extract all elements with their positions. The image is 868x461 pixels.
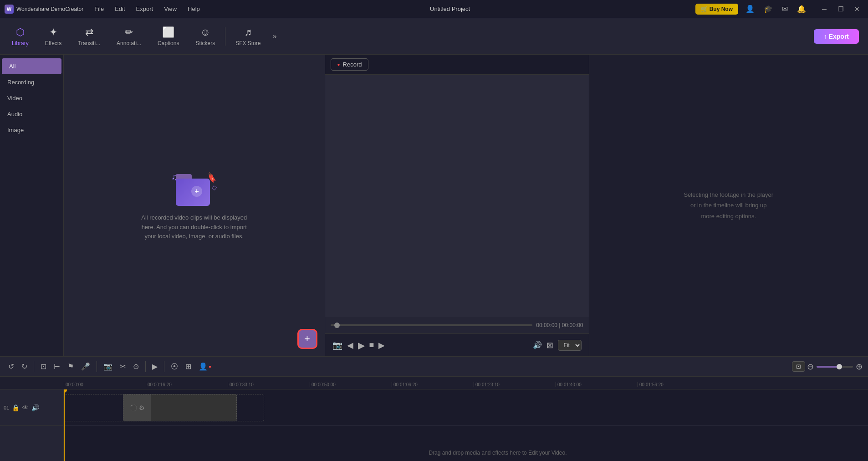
menu-edit[interactable]: Edit: [110, 4, 129, 14]
clip-settings-icon: ⚙: [139, 404, 145, 411]
toolbar-stickers[interactable]: ☺ Stickers: [187, 20, 223, 52]
app-logo-icon: W: [5, 5, 14, 14]
close-button[interactable]: ✕: [851, 3, 863, 15]
buy-now-button[interactable]: 🛒 Buy Now: [695, 4, 738, 15]
screenshot-button[interactable]: 📷: [332, 340, 342, 350]
timeline-scrubber[interactable]: [331, 324, 533, 326]
preview-controls: 📷 ◀ ▶ ■ ▶ 🔊 ⊠ Fit: [325, 333, 589, 356]
aspect-ratio-button[interactable]: ⊠: [546, 340, 553, 350]
motion-button[interactable]: ⦿: [168, 361, 181, 373]
play-timeline-button[interactable]: ▶: [149, 360, 160, 373]
record2-button[interactable]: ⊙: [130, 360, 142, 373]
sidebar-item-all[interactable]: All: [2, 58, 61, 74]
sidebar: All Recording Video Audio Image: [0, 55, 64, 356]
properties-hint: Selecting the footage in the player or i…: [683, 190, 774, 221]
ruler-marks: 00:00:00 00:00:16:20 00:00:33:10 00:00:5…: [64, 382, 720, 387]
stop-button[interactable]: ■: [369, 340, 374, 350]
small-tag-icon: ◇: [211, 182, 218, 193]
mic-button[interactable]: 🎤: [78, 360, 93, 373]
sidebar-item-audio[interactable]: Audio: [0, 106, 63, 122]
sidebar-item-image[interactable]: Image: [0, 122, 63, 138]
tl-sep-4: [164, 361, 164, 372]
ruler-mark-2: 00:00:33:10: [228, 382, 310, 387]
record-button[interactable]: ● Record: [331, 58, 369, 71]
step-forward-button[interactable]: ▶: [378, 340, 385, 350]
clip-thumbnail: ⚫ ⚙: [123, 394, 151, 421]
screen-record-button[interactable]: ⊡: [792, 361, 805, 372]
graduation-icon[interactable]: 🎓: [762, 3, 775, 15]
tl-sep-2: [97, 361, 97, 372]
timeline-toolbar: ↺ ↻ ⊡ ⊢ ⚑ 🎤 📷 ✂ ⊙ ▶ ⦿ ⊞ 👤 ● ⊡ ⊖ ⊕: [0, 357, 868, 377]
tl-sep-1: [34, 361, 34, 372]
add-media-button[interactable]: +: [297, 329, 317, 349]
menu-help[interactable]: Help: [183, 4, 204, 14]
marker-button[interactable]: ⚑: [65, 360, 77, 373]
bell-icon[interactable]: 🔔: [795, 3, 808, 15]
volume-icon: 🔊: [533, 341, 542, 349]
toolbar-transitions[interactable]: ⇄ Transiti...: [70, 20, 108, 52]
sidebar-item-video[interactable]: Video: [0, 90, 63, 106]
clip-thumb-icons: ⚫ ⚙: [129, 404, 145, 411]
menu-file[interactable]: File: [90, 4, 108, 14]
toolbar-separator: [225, 27, 225, 46]
split-button[interactable]: ⊢: [51, 360, 63, 373]
library-icon: ⬡: [16, 26, 25, 38]
ruler-mark-0: 00:00:00: [64, 382, 146, 387]
time-current: 00:00:00 | 00:00:00: [536, 322, 583, 328]
app-name: Wondershare DemoCreator: [16, 6, 83, 12]
media-placeholder-text: All recorded video clips will be display…: [135, 213, 253, 241]
zoom-out-button[interactable]: ⊖: [807, 362, 814, 372]
bottom-area: ↺ ↻ ⊡ ⊢ ⚑ 🎤 📷 ✂ ⊙ ▶ ⦿ ⊞ 👤 ● ⊡ ⊖ ⊕: [0, 356, 868, 461]
mail-icon[interactable]: ✉: [780, 3, 790, 15]
camera-button[interactable]: 📷: [101, 360, 115, 373]
import-folder-icon: ♫ 🔖 + ◇: [171, 169, 217, 206]
preview-header: ● Record: [325, 55, 589, 75]
zoom-slider[interactable]: [817, 366, 853, 368]
folder-plus-icon: +: [191, 186, 202, 197]
media-clip[interactable]: ⚫ ⚙: [123, 394, 237, 421]
undo-button[interactable]: ↺: [5, 360, 17, 373]
track-visibility-button[interactable]: 👁: [22, 404, 29, 411]
window-controls: ─ ❐ ✕: [818, 3, 863, 15]
toolbar-more-icon[interactable]: »: [269, 29, 281, 44]
minimize-button[interactable]: ─: [818, 3, 831, 15]
preview-video-area: [325, 75, 589, 317]
speed-button[interactable]: ⊞: [183, 360, 194, 373]
toolbar-library[interactable]: ⬡ Library: [4, 20, 37, 52]
zoom-in-button[interactable]: ⊕: [856, 362, 863, 372]
toolbar-effects-label: Effects: [45, 40, 61, 46]
menu-view[interactable]: View: [159, 4, 181, 14]
toolbar-stickers-label: Stickers: [195, 40, 215, 46]
add-icon: +: [304, 333, 310, 345]
user-icon[interactable]: 👤: [744, 3, 756, 15]
ruler-mark-1: 00:00:16:20: [146, 382, 228, 387]
clip-circle-icon: ⚫: [129, 404, 137, 411]
scrubber-thumb: [334, 323, 340, 328]
ruler-mark-5: 00:01:23:10: [474, 382, 556, 387]
toolbar-annotations[interactable]: ✏ Annotati...: [108, 20, 149, 52]
record-dot-icon: ●: [337, 62, 340, 67]
toolbar-captions[interactable]: ⬜ Captions: [149, 20, 187, 52]
menu-export[interactable]: Export: [132, 4, 158, 14]
track-mute-button[interactable]: 🔊: [31, 404, 39, 411]
step-back-button[interactable]: ◀: [347, 340, 353, 350]
crop-button[interactable]: ⊡: [38, 360, 49, 373]
stickers-icon: ☺: [200, 26, 210, 38]
export-button[interactable]: ↑ Export: [814, 29, 859, 44]
track-lock-button[interactable]: 🔒: [12, 404, 20, 411]
redo-button[interactable]: ↻: [19, 360, 30, 373]
annotations-icon: ✏: [125, 26, 133, 38]
sidebar-item-recording[interactable]: Recording: [0, 74, 63, 90]
toolbar-sfxstore[interactable]: ♬ SFX Store: [227, 20, 269, 52]
zoom-controls: ⊖ ⊕: [807, 362, 863, 372]
video-preview: ● Record 00:00:00 | 00:00:00 📷 ◀ ▶ ■ ▶: [325, 55, 589, 356]
maximize-button[interactable]: ❐: [834, 3, 847, 15]
toolbar-effects[interactable]: ✦ Effects: [37, 20, 70, 52]
play-button[interactable]: ▶: [358, 340, 365, 351]
toolbar: ⬡ Library ✦ Effects ⇄ Transiti... ✏ Anno…: [0, 18, 868, 55]
menu-right: 🛒 Buy Now 👤 🎓 ✉ 🔔 ─ ❐ ✕: [695, 3, 863, 15]
fit-select[interactable]: Fit: [558, 340, 582, 351]
effects-icon: ✦: [49, 26, 57, 38]
crop2-button[interactable]: ✂: [117, 360, 128, 373]
menu-bar: W Wondershare DemoCreator File Edit Expo…: [0, 0, 868, 18]
